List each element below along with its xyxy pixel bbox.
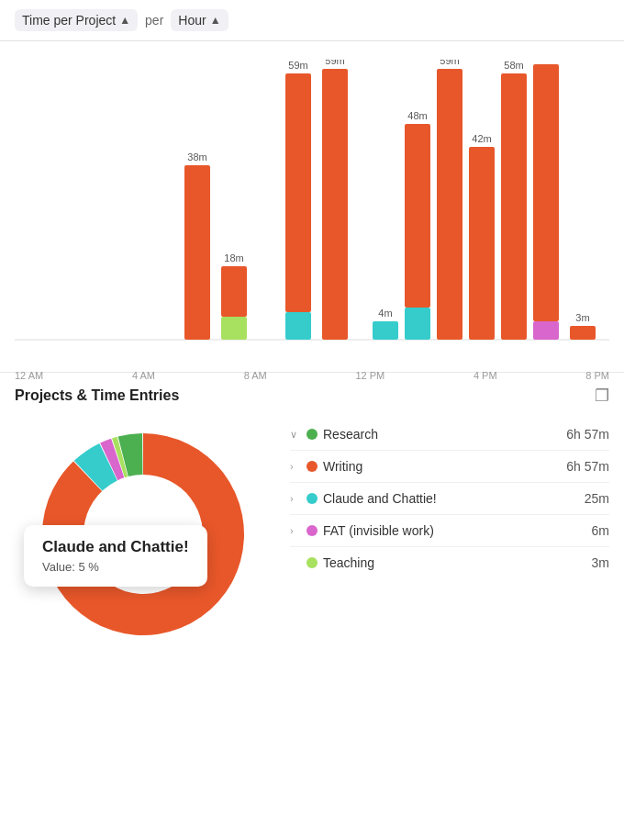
legend-dot xyxy=(306,461,318,472)
legend-item-name: Teaching xyxy=(323,555,586,570)
svg-rect-11 xyxy=(373,321,398,340)
svg-text:48m: 48m xyxy=(407,110,427,121)
svg-text:4m: 4m xyxy=(378,308,392,319)
tooltip-value: Value: 5 % xyxy=(42,560,189,574)
unit-select[interactable]: Hour ▲ xyxy=(171,9,228,31)
unit-select-arrow: ▲ xyxy=(210,14,221,27)
content-area: Claude and Chattie! Value: 5 % ∨Research… xyxy=(0,415,624,654)
expand-arrow: › xyxy=(290,493,301,504)
x-label-8pm: 8 PM xyxy=(585,370,609,381)
expand-arrow: › xyxy=(290,525,301,536)
svg-text:1h: 1h xyxy=(540,60,552,62)
x-label-12am: 12 AM xyxy=(15,370,43,381)
legend-dot xyxy=(306,429,318,440)
legend-item-time: 6h 57m xyxy=(566,427,609,442)
x-axis: 12 AM 4 AM 8 AM 12 PM 4 PM 8 PM xyxy=(15,366,609,381)
svg-rect-18 xyxy=(469,147,495,340)
svg-text:59m: 59m xyxy=(325,60,344,66)
svg-text:42m: 42m xyxy=(472,133,491,144)
section-title: Projects & Time Entries xyxy=(15,387,179,404)
svg-text:58m: 58m xyxy=(504,60,523,71)
share-icon[interactable]: ❐ xyxy=(595,386,609,406)
bar-chart-svg: 38m18m59m59m4m48m59m42m58m1h3m xyxy=(15,60,609,363)
legend-item-time: 25m xyxy=(585,491,609,506)
svg-rect-1 xyxy=(184,165,210,340)
project-select[interactable]: Time per Project ▲ xyxy=(15,9,138,31)
legend-item[interactable]: ›Writing6h 57m xyxy=(290,451,609,483)
legend-item-time: 6m xyxy=(592,523,609,538)
svg-text:59m: 59m xyxy=(288,60,307,71)
legend-list: ∨Research6h 57m›Writing6h 57m›Claude and… xyxy=(290,415,609,654)
project-select-arrow: ▲ xyxy=(119,14,130,27)
legend-dot xyxy=(306,493,318,504)
legend-dot xyxy=(306,557,318,568)
svg-rect-13 xyxy=(405,308,430,340)
svg-text:38m: 38m xyxy=(187,151,206,162)
x-label-4am: 4 AM xyxy=(132,370,155,381)
donut-tooltip: Claude and Chattie! Value: 5 % xyxy=(24,525,207,587)
svg-rect-7 xyxy=(285,73,311,312)
x-label-8am: 8 AM xyxy=(244,370,267,381)
svg-text:3m: 3m xyxy=(575,312,589,323)
legend-item-time: 3m xyxy=(592,555,609,570)
svg-rect-6 xyxy=(285,312,311,340)
legend-item[interactable]: ›Claude and Chattie!25m xyxy=(290,483,609,515)
project-select-label: Time per Project xyxy=(22,13,116,28)
x-label-12pm: 12 PM xyxy=(355,370,384,381)
legend-item-name: Research xyxy=(323,427,561,442)
svg-rect-14 xyxy=(405,124,430,308)
svg-rect-23 xyxy=(533,64,559,321)
svg-rect-3 xyxy=(221,317,247,340)
svg-rect-20 xyxy=(501,73,527,340)
expand-arrow: ∨ xyxy=(290,429,301,441)
x-label-4pm: 4 PM xyxy=(474,370,497,381)
svg-text:18m: 18m xyxy=(224,252,243,263)
legend-item[interactable]: ∨Research6h 57m xyxy=(290,419,609,451)
svg-rect-9 xyxy=(322,69,348,340)
unit-select-label: Hour xyxy=(178,13,206,28)
legend-item-name: FAT (invisible work) xyxy=(323,523,586,538)
svg-rect-22 xyxy=(533,321,559,340)
svg-rect-4 xyxy=(221,266,247,317)
expand-arrow: › xyxy=(290,461,301,472)
svg-rect-16 xyxy=(437,69,462,340)
legend-item[interactable]: ›FAT (invisible work)6m xyxy=(290,515,609,547)
toolbar: Time per Project ▲ per Hour ▲ xyxy=(0,0,624,41)
legend-item-name: Writing xyxy=(323,459,561,474)
tooltip-title: Claude and Chattie! xyxy=(42,538,189,556)
legend-item-name: Claude and Chattie! xyxy=(323,491,579,506)
svg-text:59m: 59m xyxy=(440,60,459,66)
legend-item[interactable]: Teaching3m xyxy=(290,547,609,578)
bar-chart-area: 38m18m59m59m4m48m59m42m58m1h3m 12 AM 4 A… xyxy=(0,41,624,372)
tooltip-value-number: 5 % xyxy=(79,560,99,574)
tooltip-value-label: Value: xyxy=(42,560,75,574)
donut-chart-container: Claude and Chattie! Value: 5 % xyxy=(15,415,272,654)
per-text: per xyxy=(145,13,163,28)
legend-item-time: 6h 57m xyxy=(566,459,609,474)
svg-rect-25 xyxy=(570,326,596,340)
legend-dot xyxy=(306,525,318,536)
